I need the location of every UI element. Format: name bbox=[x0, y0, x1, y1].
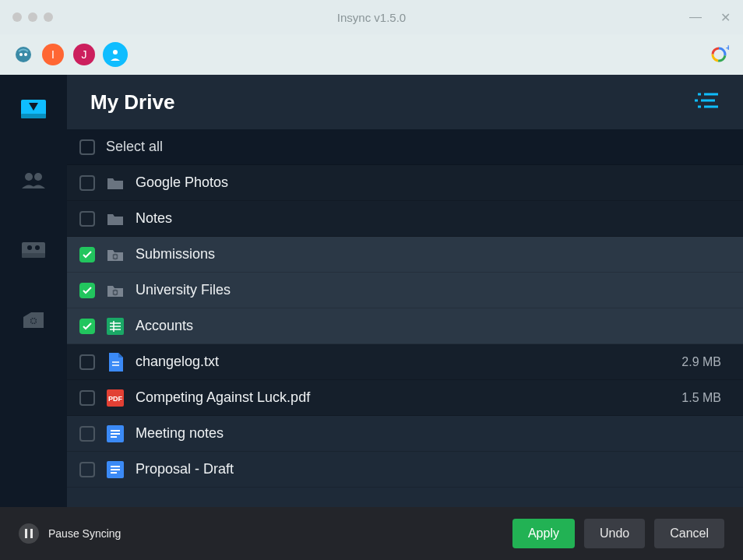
select-all-row[interactable]: Select all bbox=[67, 129, 743, 165]
svg-text:PDF: PDF bbox=[108, 395, 123, 403]
close-icon[interactable]: ✕ bbox=[720, 10, 731, 25]
file-name: Notes bbox=[136, 210, 721, 227]
row-checkbox[interactable] bbox=[79, 175, 95, 191]
svg-point-1 bbox=[19, 53, 23, 56]
file-size: 2.9 MB bbox=[681, 355, 721, 369]
row-checkbox[interactable] bbox=[79, 319, 95, 334]
row-checkbox[interactable] bbox=[79, 462, 95, 477]
content-panel: My Drive Select all Google PhotosNotesSu… bbox=[67, 75, 743, 507]
cancel-button[interactable]: Cancel bbox=[654, 519, 724, 548]
window-controls bbox=[12, 12, 53, 22]
file-name: Submissions bbox=[136, 246, 721, 262]
row-checkbox[interactable] bbox=[79, 283, 95, 298]
pause-icon[interactable] bbox=[19, 523, 39, 544]
svg-point-2 bbox=[24, 53, 27, 56]
file-row[interactable]: Notes bbox=[67, 201, 743, 237]
svg-rect-6 bbox=[21, 114, 46, 118]
file-row[interactable]: PDFCompeting Against Luck.pdf1.5 MB bbox=[67, 380, 743, 416]
account-avatar-0[interactable]: I bbox=[42, 44, 64, 65]
titlebar: Insync v1.5.0 — ✕ bbox=[0, 0, 743, 34]
svg-point-3 bbox=[113, 50, 118, 55]
svg-rect-37 bbox=[25, 529, 27, 538]
sidebar-settings[interactable] bbox=[17, 307, 50, 333]
file-name: changelog.txt bbox=[136, 354, 671, 370]
file-name: Competing Against Luck.pdf bbox=[136, 389, 671, 406]
select-all-checkbox[interactable] bbox=[79, 139, 95, 155]
svg-rect-10 bbox=[22, 253, 45, 258]
minimize-icon[interactable]: — bbox=[689, 10, 702, 25]
file-name: Accounts bbox=[136, 318, 721, 334]
file-row[interactable]: changelog.txt2.9 MB bbox=[67, 344, 743, 380]
close-button[interactable] bbox=[12, 12, 22, 22]
sidebar-drive[interactable] bbox=[17, 97, 50, 123]
maximize-button[interactable] bbox=[44, 12, 53, 22]
file-size: 1.5 MB bbox=[681, 391, 721, 405]
account-bar: I J + bbox=[0, 34, 743, 75]
account-avatar-2[interactable] bbox=[104, 44, 126, 65]
file-row[interactable]: Meeting notes bbox=[67, 416, 743, 452]
svg-rect-38 bbox=[30, 529, 33, 538]
folder-icon bbox=[106, 210, 125, 228]
bottom-bar: Pause Syncing Apply Undo Cancel bbox=[0, 507, 743, 560]
file-icon bbox=[106, 281, 125, 300]
file-name: Google Photos bbox=[136, 174, 721, 191]
pause-label[interactable]: Pause Syncing bbox=[48, 527, 121, 540]
window-title: Insync v1.5.0 bbox=[337, 11, 406, 24]
file-row[interactable]: Submissions bbox=[67, 237, 743, 273]
add-account-button[interactable]: + bbox=[709, 44, 729, 65]
file-name: Meeting notes bbox=[136, 425, 721, 442]
file-name: Proposal - Draft bbox=[136, 461, 721, 477]
row-checkbox[interactable] bbox=[79, 211, 95, 227]
row-checkbox[interactable] bbox=[79, 247, 95, 262]
file-icon bbox=[106, 353, 125, 372]
selective-sync-icon[interactable] bbox=[695, 91, 720, 113]
file-row[interactable]: University Files bbox=[67, 273, 743, 308]
file-row[interactable]: Google Photos bbox=[67, 165, 743, 201]
app-icon bbox=[14, 45, 33, 64]
apply-button[interactable]: Apply bbox=[512, 519, 575, 548]
minimize-button[interactable] bbox=[28, 12, 37, 22]
main-area: My Drive Select all Google PhotosNotesSu… bbox=[0, 75, 743, 507]
content-header: My Drive bbox=[67, 75, 743, 129]
sidebar-teams[interactable] bbox=[17, 237, 50, 263]
file-icon bbox=[106, 245, 125, 264]
account-avatar-1[interactable]: J bbox=[73, 44, 95, 65]
page-title: My Drive bbox=[90, 90, 174, 114]
sidebar bbox=[0, 75, 67, 507]
row-checkbox[interactable] bbox=[79, 390, 95, 406]
file-row[interactable]: Accounts bbox=[67, 308, 743, 344]
svg-point-12 bbox=[35, 245, 40, 250]
sheet-icon bbox=[106, 317, 125, 336]
file-row[interactable]: Proposal - Draft bbox=[67, 452, 743, 488]
svg-point-7 bbox=[25, 173, 33, 181]
sidebar-shared[interactable] bbox=[17, 167, 50, 193]
file-list[interactable]: Select all Google PhotosNotesSubmissions… bbox=[67, 129, 743, 507]
undo-button[interactable]: Undo bbox=[584, 519, 645, 548]
gdoc-icon bbox=[106, 424, 125, 443]
folder-icon bbox=[106, 174, 125, 192]
row-checkbox[interactable] bbox=[79, 354, 95, 370]
svg-point-11 bbox=[27, 245, 32, 250]
gdoc-icon bbox=[106, 460, 125, 479]
pdf-icon: PDF bbox=[106, 389, 125, 407]
select-all-label: Select all bbox=[106, 139, 721, 155]
svg-point-8 bbox=[34, 173, 42, 181]
svg-text:+: + bbox=[726, 44, 729, 52]
file-name: University Files bbox=[136, 282, 721, 298]
titlebar-right: — ✕ bbox=[689, 10, 731, 25]
row-checkbox[interactable] bbox=[79, 426, 95, 442]
